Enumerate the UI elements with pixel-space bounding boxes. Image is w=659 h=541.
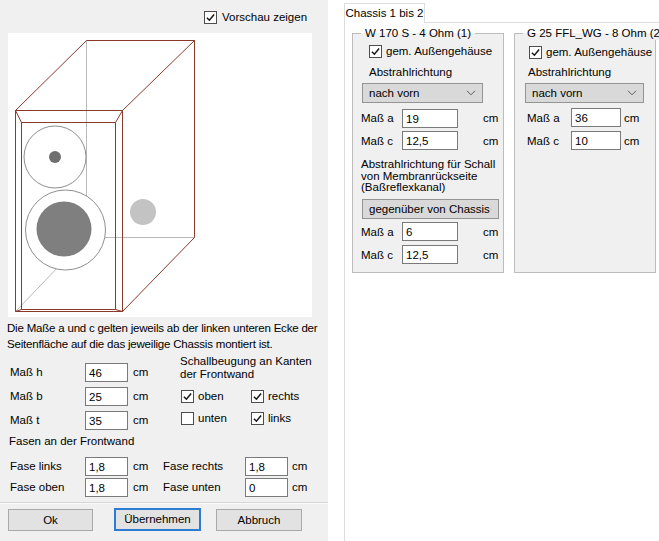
tab-label: Chassis 1 bis 2	[346, 7, 424, 19]
diffraction-oben-checkbox[interactable]	[181, 390, 194, 403]
fase-oben-label: Fase oben	[10, 481, 64, 494]
chassis1-rear-direction-value: gegenüber von Chassis	[369, 200, 490, 218]
mass-t-label: Maß t	[10, 414, 39, 427]
chassis2-enclosure-label: gem. Außengehäuse	[546, 46, 652, 59]
chevron-down-icon	[466, 90, 476, 96]
mass-t-input[interactable]	[85, 411, 128, 430]
diffraction-label: Schallbeugung an Kanten der Frontwand	[180, 355, 312, 381]
fase-rechts-label: Fase rechts	[163, 460, 223, 473]
mass-h-unit: cm	[133, 366, 148, 379]
chassis1-rear-mass-a-unit: cm	[483, 226, 498, 239]
fase-unten-input[interactable]	[245, 478, 288, 497]
diffraction-links-checkbox[interactable]	[251, 412, 264, 425]
chassis1-rear-mass-c-label: Maß c	[361, 249, 393, 262]
chassis1-enclosure-checkbox[interactable]	[369, 45, 382, 58]
bassreflex-port	[130, 199, 156, 225]
preview-checkbox[interactable]	[204, 11, 217, 24]
speaker-box-drawing	[8, 33, 312, 317]
chassis1-rear-mass-a-label: Maß a	[361, 226, 394, 239]
mass-b-unit: cm	[133, 390, 148, 403]
left-panel: Vorschau zeigen	[0, 0, 328, 541]
chevron-down-icon	[490, 206, 492, 212]
chassis2-direction-value: nach vorn	[532, 84, 583, 102]
fase-oben-input[interactable]	[85, 478, 128, 497]
preview-checkbox-label: Vorschau zeigen	[222, 11, 307, 24]
diffraction-oben-label: oben	[198, 390, 224, 403]
diffraction-rechts-label: rechts	[268, 390, 299, 403]
fase-unten-unit: cm	[292, 481, 307, 494]
chassis1-rear-direction-label: Abstrahlrichtung für Schall von Membranr…	[361, 159, 495, 194]
diffraction-rechts-checkbox[interactable]	[251, 390, 264, 403]
fase-links-unit: cm	[133, 460, 148, 473]
cancel-button[interactable]: Abbruch	[216, 509, 302, 531]
fase-rechts-unit: cm	[292, 460, 307, 473]
chassis2-direction-select[interactable]: nach vorn	[525, 83, 644, 103]
check-icon	[206, 13, 215, 22]
chassis1-direction-label: Abstrahlrichtung	[369, 66, 452, 79]
fase-unten-label: Fase unten	[163, 481, 221, 494]
chassis1-mass-a-unit: cm	[483, 112, 498, 125]
chassis2-mass-a-label: Maß a	[527, 112, 560, 125]
fase-oben-unit: cm	[133, 481, 148, 494]
chassis2-mass-a-unit: cm	[624, 112, 639, 125]
diffraction-links-label: links	[268, 412, 291, 425]
chassis2-mass-a-input[interactable]	[571, 108, 621, 127]
tab-chassis-1-bis-2[interactable]: Chassis 1 bis 2	[344, 3, 425, 23]
chassis2-direction-label: Abstrahlrichtung	[528, 66, 611, 79]
check-icon	[183, 392, 192, 401]
diffraction-unten-checkbox[interactable]	[181, 412, 194, 425]
chassis1-direction-value: nach vorn	[369, 84, 420, 102]
button-separator	[0, 502, 328, 504]
chassis1-mass-c-label: Maß c	[361, 135, 393, 148]
chassis1-rear-mass-c-unit: cm	[483, 249, 498, 262]
chassis1-mass-a-label: Maß a	[361, 112, 394, 125]
check-icon	[253, 392, 262, 401]
woofer-cone	[37, 202, 92, 257]
chassis1-mass-c-input[interactable]	[402, 131, 458, 150]
apply-button[interactable]: Übernehmen	[114, 508, 201, 531]
fase-links-label: Fase links	[10, 460, 62, 473]
chassis1-direction-select[interactable]: nach vorn	[362, 83, 483, 103]
chassis1-group: W 170 S - 4 Ohm (1) gem. Außengehäuse Ab…	[352, 33, 504, 273]
fase-links-input[interactable]	[85, 457, 128, 476]
fase-rechts-input[interactable]	[245, 457, 288, 476]
mass-h-label: Maß h	[10, 366, 43, 379]
diffraction-unten-label: unten	[198, 412, 227, 425]
chassis1-enclosure-label: gem. Außengehäuse	[386, 45, 492, 58]
chassis1-rear-direction-select[interactable]: gegenüber von Chassis	[362, 199, 499, 219]
box-editor-dialog: Vorschau zeigen	[0, 0, 659, 541]
mass-h-input[interactable]	[85, 363, 128, 382]
chassis2-enclosure-checkbox[interactable]	[529, 46, 542, 59]
chassis1-mass-a-input[interactable]	[402, 109, 458, 128]
ok-button[interactable]: Ok	[8, 509, 93, 531]
chassis2-group: G 25 FFL_WG - 8 Ohm (2) gem. Außengehäus…	[514, 33, 656, 273]
dimension-note: Die Maße a und c gelten jeweils ab der l…	[7, 320, 325, 352]
chassis2-mass-c-input[interactable]	[571, 131, 621, 150]
tweeter-dome	[49, 151, 61, 163]
check-icon	[253, 414, 262, 423]
check-icon	[531, 48, 540, 57]
chevron-down-icon	[627, 90, 637, 96]
chamfers-label: Fasen an der Frontwand	[9, 435, 134, 448]
mass-b-input[interactable]	[85, 387, 128, 406]
chassis1-rear-mass-a-input[interactable]	[402, 222, 458, 241]
preview-canvas	[8, 33, 312, 317]
chassis2-mass-c-label: Maß c	[527, 135, 559, 148]
chassis2-group-title: G 25 FFL_WG - 8 Ohm (2)	[523, 27, 659, 40]
mass-b-label: Maß b	[10, 390, 43, 403]
chassis1-mass-c-unit: cm	[483, 135, 498, 148]
chassis2-mass-c-unit: cm	[624, 135, 639, 148]
chassis1-rear-mass-c-input[interactable]	[402, 245, 458, 264]
check-icon	[371, 47, 380, 56]
chassis1-group-title: W 170 S - 4 Ohm (1)	[361, 27, 475, 40]
mass-t-unit: cm	[133, 414, 148, 427]
